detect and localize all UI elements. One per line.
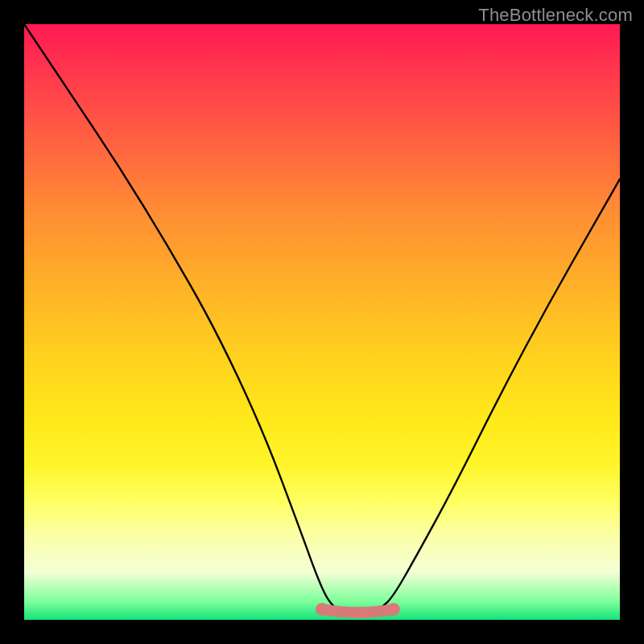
curve-layer	[24, 24, 620, 620]
chart-container: TheBottleneck.com	[0, 0, 644, 644]
svg-point-0	[331, 609, 336, 615]
svg-point-4	[379, 609, 385, 615]
svg-point-5	[316, 603, 328, 616]
svg-point-6	[387, 603, 400, 616]
bottleneck-curve	[24, 24, 620, 614]
svg-point-2	[355, 610, 361, 616]
plot-area	[24, 24, 620, 620]
watermark-text: TheBottleneck.com	[478, 5, 633, 26]
svg-point-3	[367, 610, 373, 616]
svg-point-1	[343, 610, 349, 616]
